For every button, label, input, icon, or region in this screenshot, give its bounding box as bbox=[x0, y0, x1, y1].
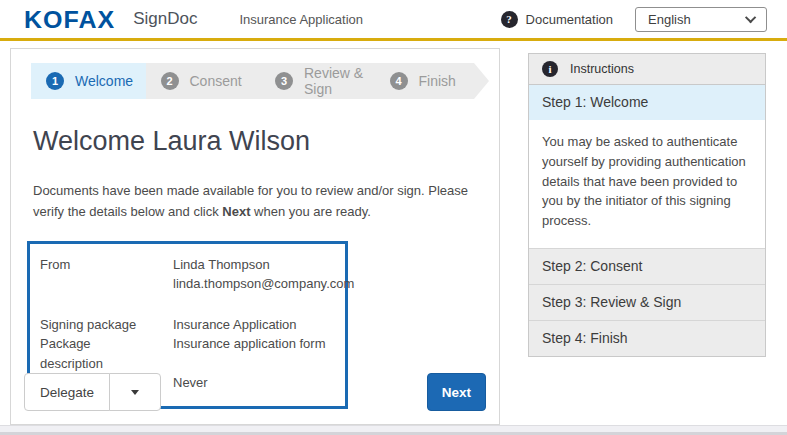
header-package-title: Insurance Application bbox=[239, 12, 363, 27]
wizard-step-welcome[interactable]: 1 Welcome bbox=[31, 63, 146, 99]
app-header: KOFAX SignDoc Insurance Application ? Do… bbox=[0, 0, 787, 41]
step-number-badge: 4 bbox=[390, 72, 408, 90]
help-question-icon: ? bbox=[501, 11, 518, 28]
page-title: Welcome Laura Wilson bbox=[33, 126, 489, 157]
delegate-dropdown-toggle[interactable] bbox=[109, 373, 161, 411]
step-number-badge: 2 bbox=[161, 72, 179, 90]
detail-label: Signing package bbox=[40, 315, 173, 335]
sender-email: linda.thompson@company.com bbox=[173, 274, 354, 294]
footer-strip bbox=[0, 425, 787, 435]
action-button-row: Delegate Next bbox=[24, 373, 486, 411]
wizard-step-label: Finish bbox=[419, 73, 456, 89]
accordion-step4-finish[interactable]: Step 4: Finish bbox=[529, 320, 765, 356]
step-wizard: 1 Welcome 2 Consent 3 Review & Sign 4 Fi… bbox=[31, 63, 489, 99]
intro-text-after: when you are ready. bbox=[251, 204, 371, 219]
delegate-button-group: Delegate bbox=[24, 373, 161, 411]
step-number-badge: 3 bbox=[275, 72, 293, 90]
delegate-button[interactable]: Delegate bbox=[24, 373, 110, 411]
kofax-logo: KOFAX bbox=[24, 5, 115, 33]
wizard-step-consent[interactable]: 2 Consent bbox=[146, 63, 261, 99]
detail-row-package-description: Package description Insurance applicatio… bbox=[40, 334, 339, 373]
detail-row-from: From Linda Thompson linda.thompson@compa… bbox=[40, 255, 339, 294]
accordion-step1-welcome[interactable]: Step 1: Welcome bbox=[529, 85, 765, 120]
caret-down-icon bbox=[131, 390, 139, 395]
language-select[interactable]: English bbox=[635, 7, 767, 32]
documentation-label: Documentation bbox=[526, 12, 613, 27]
step-number-badge: 1 bbox=[46, 72, 64, 90]
instructions-header: i Instructions bbox=[528, 53, 766, 85]
wizard-step-review-sign[interactable]: 3 Review & Sign bbox=[260, 63, 375, 99]
sender-name: Linda Thompson bbox=[173, 255, 354, 275]
documentation-link[interactable]: ? Documentation bbox=[501, 11, 613, 28]
info-icon: i bbox=[542, 61, 558, 77]
wizard-step-finish[interactable]: 4 Finish bbox=[375, 63, 490, 99]
wizard-step-label: Welcome bbox=[75, 73, 133, 89]
wizard-step-label: Consent bbox=[190, 73, 242, 89]
chevron-down-icon bbox=[745, 12, 756, 23]
detail-row-signing-package: Signing package Insurance Application bbox=[40, 315, 339, 335]
wizard-step-label: Review & Sign bbox=[304, 65, 375, 97]
product-name: SignDoc bbox=[133, 9, 197, 29]
accordion-step3-review-sign[interactable]: Step 3: Review & Sign bbox=[529, 284, 765, 320]
instructions-sidebar: i Instructions Step 1: Welcome You may b… bbox=[528, 53, 766, 357]
detail-value: Linda Thompson linda.thompson@company.co… bbox=[173, 255, 354, 294]
accordion-step2-consent[interactable]: Step 2: Consent bbox=[529, 248, 765, 284]
intro-text: Documents have been made available for y… bbox=[33, 181, 477, 223]
language-selected-value: English bbox=[648, 12, 691, 27]
detail-value: Insurance application form bbox=[173, 334, 339, 373]
detail-label: From bbox=[40, 255, 173, 294]
instructions-title: Instructions bbox=[570, 62, 634, 76]
detail-label: Package description bbox=[40, 334, 173, 373]
next-button[interactable]: Next bbox=[427, 373, 486, 411]
intro-text-bold: Next bbox=[222, 204, 250, 219]
detail-spacer bbox=[40, 294, 339, 315]
detail-value: Insurance Application bbox=[173, 315, 339, 335]
signing-main-panel: 1 Welcome 2 Consent 3 Review & Sign 4 Fi… bbox=[10, 48, 500, 425]
instructions-accordion: Step 1: Welcome You may be asked to auth… bbox=[528, 85, 766, 357]
accordion-step1-body: You may be asked to authenticate yoursel… bbox=[529, 120, 765, 248]
